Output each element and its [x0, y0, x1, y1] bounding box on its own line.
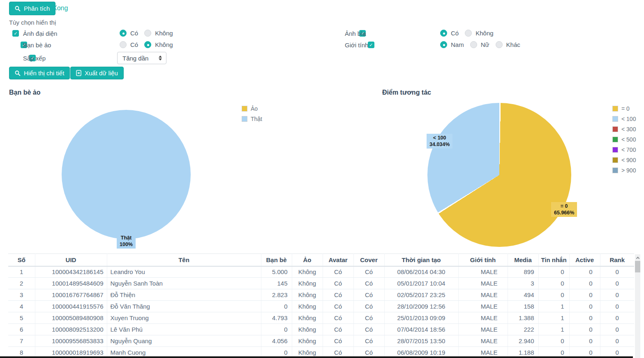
table-cell: Đỗ Thiện [107, 289, 261, 301]
table-cell: 2.823 [261, 289, 292, 301]
table-scrollbar[interactable] [635, 254, 640, 358]
column-header[interactable]: Cover [353, 254, 384, 266]
legend-item[interactable]: < 500 [612, 136, 636, 143]
table-cell: 7 [8, 335, 35, 347]
column-header[interactable]: Tin nhắn [538, 254, 569, 266]
table-row[interactable]: 2100014895484609Nguyễn Sanh Toàn145Không… [8, 278, 634, 289]
table-cell: MALE [458, 335, 508, 347]
radio-label-virtual-no: Không [155, 41, 173, 48]
table-cell: MALE [458, 301, 508, 312]
table-body: 1100004342186145Leandro You5.000KhôngCóC… [8, 266, 634, 358]
radio-gender-other[interactable] [496, 41, 503, 48]
option-label-virtual-friends: Bạn bè ảo [23, 42, 51, 49]
pie-label-eq0-text: = 0 [554, 203, 574, 209]
sort-order-select[interactable]: Tăng dần [117, 52, 166, 64]
column-header[interactable]: Avatar [323, 254, 353, 266]
legend-swatch-icon [612, 147, 618, 153]
column-header[interactable]: Active [569, 254, 600, 266]
table-row[interactable]: 3100016767764867Đỗ Thiện2.823KhôngCóCó02… [8, 289, 634, 301]
pie-chart-interaction[interactable] [427, 103, 571, 247]
legend-swatch-icon [242, 116, 247, 122]
legend-swatch-icon [612, 126, 618, 132]
table-cell: 05/01/2017 10:04 [384, 278, 458, 289]
table-row[interactable]: 4100000441915576Đỗ Văn Thăng0KhôngCóCó28… [8, 301, 634, 312]
analyze-button[interactable]: Phân tích [9, 2, 55, 15]
pie-label-lt100-value: 34.034% [429, 141, 450, 148]
table-row[interactable]: 1100004342186145Leandro You5.000KhôngCóC… [8, 266, 634, 278]
table-cell: Có [353, 289, 384, 301]
table-cell: 158 [508, 301, 538, 312]
table-row[interactable]: 6100008092513200Lê Văn Phú0KhôngCóCó07/0… [8, 324, 634, 335]
table-cell: 494 [508, 289, 538, 301]
table-cell: 4.056 [261, 335, 292, 347]
done-link[interactable]: Xong [53, 5, 68, 12]
column-header[interactable]: Media [508, 254, 538, 266]
table-cell: Có [323, 278, 353, 289]
legend-item[interactable]: > 900 [612, 167, 636, 174]
legend-item[interactable]: Thật [242, 116, 262, 122]
table-cell: Không [292, 301, 323, 312]
table-cell: Xuyen Truong [107, 312, 261, 324]
radio-cover-yes[interactable] [440, 30, 447, 37]
column-header[interactable]: Giới tính [458, 254, 508, 266]
column-header[interactable]: UID [35, 254, 107, 266]
table-cell: 0 [261, 301, 292, 312]
table-cell: Không [292, 312, 323, 324]
table-row[interactable]: 7100009556853833Nguyễn Quang4.056KhôngCó… [8, 335, 634, 347]
column-header[interactable]: Ảo [292, 254, 323, 266]
radio-virtual-no[interactable] [144, 41, 151, 48]
table-cell: Không [292, 324, 323, 335]
pie-chart-virtual-friends[interactable] [62, 110, 191, 239]
scrollbar-thumb[interactable] [635, 261, 640, 272]
table-cell: 25/01/2013 09:09 [384, 312, 458, 324]
radio-gender-male[interactable] [440, 41, 447, 48]
radio-cover-no[interactable] [465, 30, 472, 37]
export-data-button[interactable]: Xuất dữ liệu [70, 67, 124, 79]
radio-avatar-yes[interactable] [120, 30, 127, 37]
table-cell: Không [292, 278, 323, 289]
column-header[interactable]: Số [8, 254, 35, 266]
table-cell: 0 [569, 324, 600, 335]
search-icon [15, 6, 21, 12]
legend-item[interactable]: < 700 [612, 146, 636, 153]
radio-virtual-yes[interactable] [120, 41, 127, 48]
scroll-up-arrow-icon[interactable] [635, 254, 640, 260]
radio-label-virtual-yes: Có [130, 41, 138, 48]
legend-item[interactable]: Ảo [242, 105, 262, 112]
radio-gender-female[interactable] [470, 41, 477, 48]
column-header[interactable]: Rank [600, 254, 634, 266]
table-cell: Có [323, 335, 353, 347]
column-header[interactable]: Bạn bè [261, 254, 292, 266]
legend-swatch-icon [612, 167, 618, 173]
legend-swatch-icon [612, 157, 618, 163]
table-cell: 28/10/2009 12:56 [384, 301, 458, 312]
legend-swatch-icon [612, 106, 618, 112]
table-cell: 222 [508, 324, 538, 335]
radio-avatar-no[interactable] [144, 30, 151, 37]
chart-title-virtual-friends: Bạn bè ảo [9, 89, 40, 96]
pie-label-that-text: Thật [120, 235, 133, 241]
table-cell: Có [353, 301, 384, 312]
legend-item[interactable]: < 300 [612, 126, 636, 133]
pie-label-that-value: 100% [120, 241, 133, 248]
table-cell: 0 [600, 335, 634, 347]
table-cell: 0 [569, 312, 600, 324]
column-header[interactable]: Thời gian tạo [384, 254, 458, 266]
checkbox-avatar[interactable] [12, 30, 19, 37]
legend-label: < 100 [621, 116, 636, 122]
legend-item[interactable]: < 900 [612, 157, 636, 163]
legend-swatch-icon [612, 116, 618, 122]
table-header-row: SốUIDTênBạn bèẢoAvatarCoverThời gian tạo… [8, 254, 634, 266]
legend-label: > 900 [621, 167, 636, 174]
checkbox-gender[interactable] [368, 42, 374, 48]
table-cell: 3 [8, 289, 35, 301]
column-header[interactable]: Tên [107, 254, 261, 266]
show-detail-button[interactable]: Hiển thị chi tiết [9, 67, 70, 79]
radio-label-gender-other: Khác [506, 41, 520, 48]
table-cell: MALE [458, 278, 508, 289]
table-row[interactable]: 5100005089480908Xuyen Truong4.793KhôngCó… [8, 312, 634, 324]
table-cell: 100004342186145 [35, 266, 107, 278]
table-cell: 07/04/2014 18:56 [384, 324, 458, 335]
legend-item[interactable]: = 0 [612, 105, 636, 112]
legend-item[interactable]: < 100 [612, 116, 636, 122]
